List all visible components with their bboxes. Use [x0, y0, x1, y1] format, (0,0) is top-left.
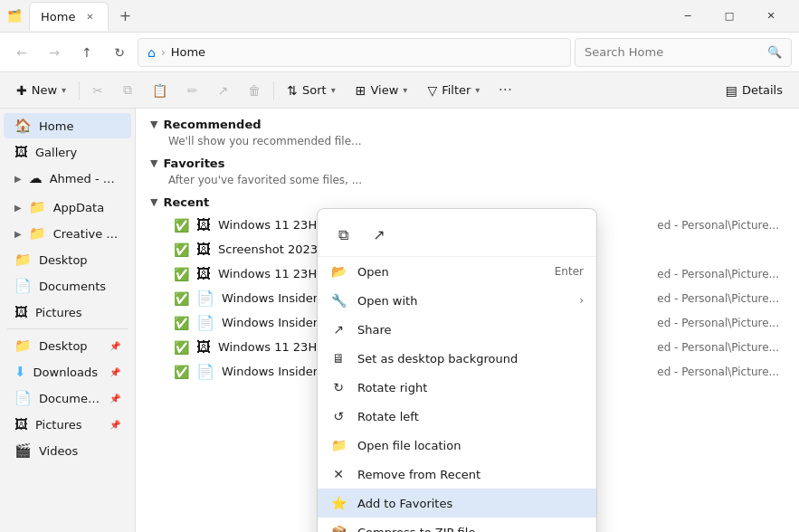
ctx-share-button[interactable]: ↗: [363, 218, 395, 251]
paste-button[interactable]: 📋: [143, 76, 176, 105]
sidebar-item-gallery[interactable]: 🖼 Gallery: [4, 139, 131, 165]
sidebar-pinned-desktop[interactable]: 📁 Desktop 📌: [4, 333, 131, 358]
main-layout: 🏠 Home 🖼 Gallery ▶ ☁ Ahmed - Person ▶ 📁 …: [0, 109, 799, 532]
refresh-button[interactable]: ↻: [105, 38, 134, 67]
sort-label: Sort: [302, 83, 327, 97]
ctx-item-compress-zip[interactable]: 📦 Compress to ZIP file: [318, 518, 596, 532]
pinned-desktop-icon: 📁: [14, 337, 32, 354]
ctx-item-icon: 📁: [330, 437, 347, 453]
sidebar-item-creative[interactable]: ▶ 📁 Creative Clou...: [4, 221, 131, 246]
ctx-item-icon: 📦: [330, 524, 347, 532]
sidebar-pinned-downloads[interactable]: ⬇ Downloads 📌: [4, 359, 131, 385]
ctx-item-label: Rotate right: [357, 381, 584, 394]
toolbar-sep-1: [79, 81, 80, 100]
up-button[interactable]: ↑: [72, 38, 101, 67]
close-button[interactable]: ✕: [750, 0, 792, 33]
rename-icon: ✏: [187, 83, 198, 98]
ctx-item-arrow-icon: ›: [579, 294, 584, 307]
sidebar-item-appdata[interactable]: ▶ 📁 AppData: [4, 195, 131, 220]
creative-expand-icon: ▶: [14, 229, 22, 239]
ctx-item-open-file-location[interactable]: 📁 Open file location: [318, 431, 596, 460]
recommended-title: Recommended: [163, 118, 261, 131]
ctx-item-set-desktop-bg[interactable]: 🖥 Set as desktop background: [318, 344, 596, 373]
more-options-button[interactable]: ···: [490, 76, 519, 105]
share-button[interactable]: ↗: [209, 76, 238, 105]
ctx-item-icon: 📂: [330, 263, 347, 280]
sidebar-pinned-downloads-label: Downloads: [33, 366, 102, 379]
filter-icon: ▽: [427, 83, 437, 98]
ctx-item-add-to-favorites[interactable]: ⭐ Add to Favorites: [318, 489, 596, 518]
search-placeholder: Search Home: [585, 45, 663, 59]
file-type-icon: 📄: [196, 314, 214, 331]
address-box[interactable]: ⌂ › Home: [138, 38, 571, 67]
content-area: ▼ Recommended We'll show you recommended…: [136, 109, 799, 532]
ctx-item-icon: 🖥: [330, 350, 347, 366]
sidebar-item-desktop[interactable]: 📁 Desktop: [4, 247, 131, 272]
sidebar-separator: [7, 328, 128, 329]
copy-button[interactable]: ⧉: [114, 76, 141, 105]
sidebar-pinned-documents[interactable]: 📄 Documents 📌: [4, 385, 131, 411]
tab-home-label: Home: [41, 10, 75, 24]
view-button[interactable]: ⊞ View ▾: [347, 76, 417, 105]
ctx-item-label: Remove from Recent: [357, 468, 584, 481]
toolbar: ✚ New ▾ ✂ ⧉ 📋 ✏ ↗ 🗑 ⇅ Sort ▾ ⊞ View ▾ ▽ …: [0, 72, 799, 109]
pin-icon: 📌: [109, 341, 120, 351]
file-type-icon: 🖼: [196, 216, 211, 233]
back-button[interactable]: ←: [7, 38, 36, 67]
sidebar-creative-label: Creative Clou...: [53, 227, 120, 241]
ctx-item-rotate-right[interactable]: ↻ Rotate right: [318, 373, 596, 402]
view-label: View: [370, 83, 398, 97]
back-icon: ←: [16, 45, 27, 60]
recommended-header[interactable]: ▼ Recommended: [150, 118, 785, 131]
refresh-icon: ↻: [114, 45, 125, 60]
address-bar: ← → ↑ ↻ ⌂ › Home Search Home 🔍: [0, 33, 799, 72]
sidebar-item-ahmed[interactable]: ▶ ☁ Ahmed - Person: [4, 166, 131, 191]
ctx-item-label: Set as desktop background: [357, 352, 584, 366]
maximize-button[interactable]: □: [709, 0, 750, 33]
sidebar-pictures-label: Pictures: [35, 306, 120, 319]
ctx-item-rotate-left[interactable]: ↺ Rotate left: [318, 402, 596, 431]
sort-button[interactable]: ⇅ Sort ▾: [278, 76, 344, 105]
ctx-item-open-with[interactable]: 🔧 Open with ›: [318, 286, 596, 315]
sidebar-pinned-pictures[interactable]: 🖼 Pictures 📌: [4, 412, 131, 437]
ctx-copy-button[interactable]: ⧉: [327, 218, 359, 251]
ctx-item-remove-from-recent[interactable]: ✕ Remove from Recent: [318, 460, 596, 489]
ctx-item-open[interactable]: 📂 Open Enter: [318, 257, 596, 286]
new-tab-button[interactable]: +: [112, 4, 138, 29]
sidebar-item-pictures[interactable]: 🖼 Pictures: [4, 299, 131, 325]
rename-button[interactable]: ✏: [178, 76, 207, 105]
ctx-item-share[interactable]: ↗ Share: [318, 315, 596, 344]
search-box[interactable]: Search Home 🔍: [575, 38, 792, 67]
ctx-item-label: Open: [357, 265, 544, 279]
recommended-chevron: ▼: [150, 119, 157, 130]
pin-icon-4: 📌: [109, 420, 120, 430]
tab-close-button[interactable]: ✕: [82, 9, 97, 24]
ctx-item-label: Rotate left: [357, 410, 584, 423]
ctx-item-icon: 🔧: [330, 292, 347, 309]
file-check-icon: ✅: [174, 242, 189, 257]
new-button[interactable]: ✚ New ▾: [7, 76, 75, 105]
tab-home[interactable]: Home ✕: [29, 2, 109, 31]
cut-button[interactable]: ✂: [83, 76, 112, 105]
sidebar-pinned-videos[interactable]: 🎬 Videos: [4, 438, 131, 463]
delete-button[interactable]: 🗑: [239, 76, 270, 105]
recent-header[interactable]: ▼ Recent: [150, 195, 785, 209]
pinned-documents-icon: 📄: [14, 390, 32, 406]
sidebar-gallery-label: Gallery: [35, 146, 120, 159]
filter-button[interactable]: ▽ Filter ▾: [418, 76, 489, 105]
forward-button[interactable]: →: [40, 38, 69, 67]
cut-icon: ✂: [92, 83, 103, 98]
pinned-downloads-icon: ⬇: [14, 364, 26, 380]
ctx-item-label: Share: [357, 323, 584, 337]
address-separator: ›: [161, 46, 166, 59]
details-button[interactable]: ▤ Details: [717, 76, 792, 105]
favorites-header[interactable]: ▼ Favorites: [150, 157, 785, 170]
recent-title: Recent: [163, 195, 209, 209]
toolbar-sep-2: [273, 81, 274, 100]
ctx-item-label: Compress to ZIP file: [357, 526, 584, 533]
file-check-icon: ✅: [174, 291, 189, 306]
copy-icon: ⧉: [123, 82, 132, 98]
sidebar-item-documents[interactable]: 📄 Documents: [4, 273, 131, 299]
minimize-button[interactable]: ─: [667, 0, 709, 33]
sidebar-item-home[interactable]: 🏠 Home: [4, 113, 131, 138]
